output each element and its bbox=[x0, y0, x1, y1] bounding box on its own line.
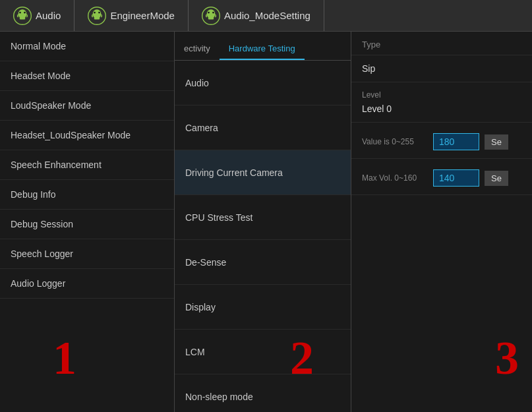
android-icon-engineer bbox=[88, 7, 106, 25]
list-item-display[interactable]: Display bbox=[175, 285, 351, 330]
app-bar-audiomode-label: Audio_ModeSetting bbox=[224, 10, 310, 21]
svg-rect-7 bbox=[94, 17, 100, 19]
list-item-camera[interactable]: Camera bbox=[175, 105, 351, 150]
list-item-driving-current-camera[interactable]: Driving Current Camera bbox=[175, 150, 351, 195]
sidebar-item-speech-logger[interactable]: Speech Logger bbox=[0, 239, 174, 269]
svg-rect-12 bbox=[208, 17, 214, 19]
level-label: Level bbox=[362, 90, 521, 100]
max-vol-input-row: Max Vol. 0~160 Se bbox=[362, 169, 521, 187]
tab-activity[interactable]: ectivity bbox=[175, 38, 220, 60]
sidebar-item-debug-session[interactable]: Debug Session bbox=[0, 210, 174, 239]
app-bar-engineer[interactable]: EngineerMode bbox=[74, 0, 189, 31]
android-icon-audio bbox=[13, 7, 32, 25]
right-section-level: Level Level 0 bbox=[351, 82, 532, 123]
list-item-audio[interactable]: Audio bbox=[175, 61, 351, 105]
svg-point-13 bbox=[208, 11, 210, 13]
max-vol-label: Max Vol. 0~160 bbox=[362, 173, 428, 183]
svg-point-9 bbox=[98, 11, 100, 13]
android-icon-audiomode bbox=[202, 7, 220, 25]
svg-rect-2 bbox=[20, 17, 25, 19]
right-section-sip: Sip bbox=[351, 55, 532, 82]
sidebar-item-headset-loudspeaker-mode[interactable]: Headset_LoudSpeaker Mode bbox=[0, 121, 174, 150]
svg-point-6 bbox=[93, 9, 102, 18]
svg-point-11 bbox=[207, 9, 216, 18]
sidebar-item-loudspeaker-mode[interactable]: LoudSpeaker Mode bbox=[0, 91, 174, 121]
app-bar-engineer-label: EngineerMode bbox=[110, 10, 175, 21]
sidebar-item-audio-logger[interactable]: Audio Logger bbox=[0, 269, 174, 299]
list-item-de-sense[interactable]: De-Sense bbox=[175, 240, 351, 285]
list-item-non-sleep-mode[interactable]: Non-sleep mode bbox=[175, 374, 351, 412]
sip-value: Sip bbox=[362, 63, 521, 74]
svg-point-1 bbox=[18, 9, 27, 18]
right-panel: Type Sip Level Level 0 Value is 0~255 Se… bbox=[351, 32, 532, 412]
svg-point-14 bbox=[212, 11, 214, 13]
svg-point-3 bbox=[19, 11, 21, 13]
list-item-cpu-stress-test[interactable]: CPU Stress Test bbox=[175, 195, 351, 240]
tab-hardware-testing[interactable]: Hardware Testing bbox=[220, 38, 305, 60]
value-input-label: Value is 0~255 bbox=[362, 137, 428, 146]
value-input-row: Value is 0~255 Se bbox=[362, 133, 521, 150]
max-vol-set-button[interactable]: Se bbox=[485, 171, 508, 186]
tabs-row: ectivity Hardware Testing bbox=[175, 32, 351, 61]
app-bar-audio-label: Audio bbox=[36, 10, 61, 21]
list-item-lcm[interactable]: LCM bbox=[175, 330, 351, 374]
sidebar-item-speech-enhancement[interactable]: Speech Enhancement bbox=[0, 150, 174, 180]
middle-panel: ectivity Hardware Testing Audio Camera D… bbox=[175, 32, 351, 412]
left-panel: Normal Mode Headset Mode LoudSpeaker Mod… bbox=[0, 32, 175, 412]
sidebar-item-debug-info[interactable]: Debug Info bbox=[0, 180, 174, 210]
svg-point-8 bbox=[94, 11, 96, 13]
app-bar-audiomode[interactable]: Audio_ModeSetting bbox=[189, 0, 324, 31]
right-section-value-input: Value is 0~255 Se bbox=[351, 123, 532, 159]
max-vol-input-field[interactable] bbox=[433, 169, 479, 187]
sidebar-item-normal-mode[interactable]: Normal Mode bbox=[0, 32, 174, 61]
app-bar: Audio EngineerMode Audio_ModeSetting bbox=[0, 0, 532, 32]
value-input-field[interactable] bbox=[433, 133, 479, 150]
type-header: Type bbox=[351, 32, 532, 55]
level-value: Level 0 bbox=[362, 103, 521, 114]
right-section-max-vol: Max Vol. 0~160 Se bbox=[351, 159, 532, 195]
app-bar-audio[interactable]: Audio bbox=[0, 0, 74, 31]
value-set-button[interactable]: Se bbox=[485, 134, 508, 150]
sidebar-item-headset-mode[interactable]: Headset Mode bbox=[0, 61, 174, 91]
svg-point-4 bbox=[24, 11, 26, 13]
main-layout: Normal Mode Headset Mode LoudSpeaker Mod… bbox=[0, 32, 532, 412]
